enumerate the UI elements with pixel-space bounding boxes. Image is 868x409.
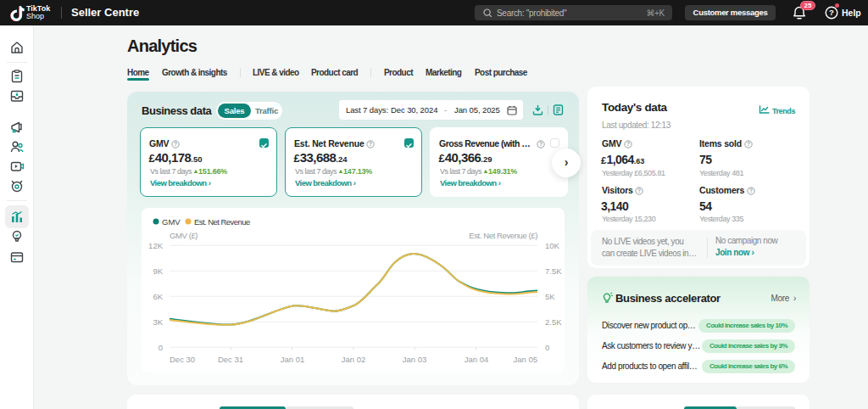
svg-text:?: ?: [539, 141, 542, 147]
svg-text:Dec 31: Dec 31: [218, 355, 243, 364]
svg-text:?: ?: [174, 141, 177, 147]
svg-text:?: ?: [747, 141, 750, 147]
svg-text:0: 0: [159, 343, 163, 352]
svg-text:?: ?: [626, 141, 630, 147]
svg-text:?: ?: [749, 188, 753, 193]
svg-text:0: 0: [545, 343, 549, 352]
svg-text:Jan 02: Jan 02: [342, 355, 366, 364]
svg-text:3K: 3K: [153, 317, 163, 327]
svg-text:2.5K: 2.5K: [545, 317, 562, 327]
svg-text:?: ?: [829, 8, 834, 17]
svg-text:Est. Net Revenue: Est. Net Revenue: [194, 217, 250, 227]
svg-text:?: ?: [369, 141, 372, 147]
svg-text:Jan 05: Jan 05: [513, 355, 537, 364]
svg-text:10K: 10K: [545, 241, 560, 250]
svg-text:Jan 01: Jan 01: [281, 355, 305, 364]
svg-text:Est. Net Revenue (£): Est. Net Revenue (£): [469, 231, 537, 240]
svg-text:GMV (£): GMV (£): [170, 231, 198, 240]
svg-text:12K: 12K: [148, 241, 164, 250]
svg-text:Dec 30: Dec 30: [170, 355, 195, 364]
svg-text:6K: 6K: [153, 292, 163, 301]
svg-text:7.5K: 7.5K: [545, 266, 562, 276]
svg-text:GMV: GMV: [162, 217, 181, 227]
svg-text:Jan 03: Jan 03: [403, 355, 427, 364]
svg-text:Jan 04: Jan 04: [465, 355, 489, 364]
svg-text:?: ?: [638, 188, 642, 193]
svg-text:9K: 9K: [153, 266, 163, 276]
svg-text:5K: 5K: [545, 292, 555, 301]
